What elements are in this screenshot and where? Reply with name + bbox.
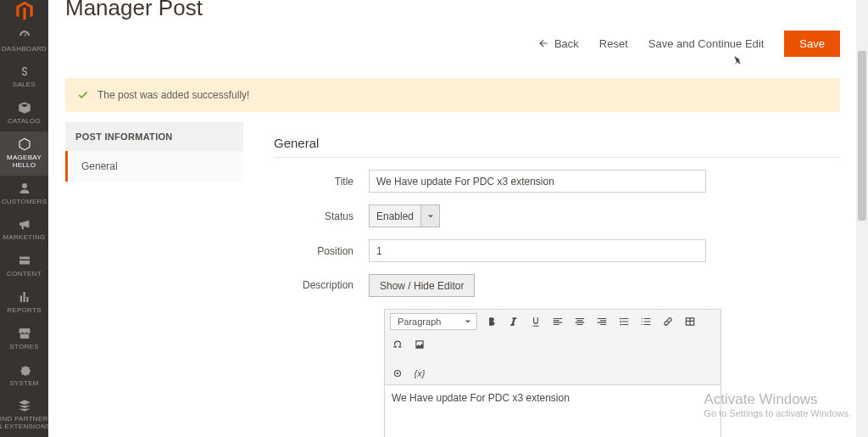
label-position: Position [274, 245, 369, 257]
align-right-button[interactable] [594, 314, 609, 329]
box-icon [17, 100, 32, 115]
nav-label: SALES [13, 81, 36, 89]
section-title: General [274, 136, 840, 150]
side-panel: POST INFORMATION General [65, 122, 243, 182]
special-char-button[interactable] [390, 337, 405, 352]
variable-button[interactable]: {x} [412, 366, 427, 381]
action-bar: Back Reset Save and Continue Edit Save [65, 31, 840, 56]
bullet-list-button[interactable] [616, 314, 632, 329]
field-status: Status Enabled [274, 204, 840, 227]
numbered-list-button[interactable] [638, 314, 654, 329]
nav-dashboard[interactable]: DASHBOARD [0, 23, 48, 59]
magento-icon [14, 0, 36, 22]
paragraph-dropdown[interactable]: Paragraph [390, 313, 477, 330]
nav-label: CATALOG [8, 118, 41, 126]
toggle-editor-button[interactable]: Show / Hide Editor [369, 274, 475, 297]
layers-icon [17, 253, 32, 268]
nav-marketing[interactable]: MARKETING [0, 211, 48, 248]
gear-icon [17, 362, 32, 378]
align-center-button[interactable] [572, 314, 587, 329]
svg-point-1 [397, 373, 398, 374]
save-button[interactable]: Save [784, 31, 840, 57]
nav-label: STORES [9, 344, 39, 351]
store-icon [17, 326, 32, 341]
scrollbar-track[interactable] [856, 0, 868, 437]
tab-general[interactable]: General [65, 151, 243, 182]
underline-button[interactable] [528, 314, 543, 329]
nav-label: DASHBOARD [2, 46, 47, 53]
editor-content[interactable]: We Have update For PDC x3 extension [384, 385, 721, 437]
watermark-title: Activate Windows [704, 391, 851, 408]
check-icon [77, 89, 89, 101]
table-button[interactable] [682, 314, 698, 329]
nav-label: CONTENT [7, 271, 42, 278]
label-status: Status [274, 210, 369, 222]
magento-logo[interactable] [0, 0, 48, 23]
save-continue-button[interactable]: Save and Continue Edit [648, 37, 765, 50]
nav-system[interactable]: SYSTEM [0, 357, 48, 394]
page-title: Manager Post [65, 0, 203, 21]
editor-toolbar: Paragraph {x} [384, 309, 721, 385]
position-input[interactable] [369, 239, 706, 262]
image-button[interactable] [412, 337, 427, 352]
label-description: Description [274, 274, 369, 291]
field-title: Title [274, 170, 840, 193]
status-value: Enabled [369, 204, 421, 227]
nav-find-partners[interactable]: FIND PARTNERS & EXTENSIONS [0, 393, 48, 437]
nav-stores[interactable]: STORES [0, 321, 48, 357]
nav-label: MARKETING [3, 234, 45, 242]
label-title: Title [274, 176, 369, 188]
panel-header: POST INFORMATION [65, 122, 243, 151]
link-button[interactable] [660, 314, 676, 329]
nav-content[interactable]: CONTENT [0, 248, 48, 284]
nav-label: SYSTEM [9, 380, 39, 388]
nav-magebay-hello[interactable]: MAGEBAY HELLO [0, 132, 48, 176]
title-input[interactable] [369, 170, 706, 193]
reset-button[interactable]: Reset [599, 37, 628, 50]
chevron-down-icon[interactable] [421, 204, 440, 227]
main-area: Manager Post Back Reset Save and Continu… [48, 0, 868, 437]
chevron-down-icon [465, 318, 471, 325]
watermark-subtitle: Go to Settings to activate Windows. [704, 408, 851, 418]
nav-reports[interactable]: REPORTS [0, 284, 48, 321]
dollar-icon [17, 64, 32, 79]
nav-label: CUSTOMERS [2, 199, 47, 206]
bars-icon [17, 289, 32, 305]
reset-label: Reset [599, 37, 628, 50]
field-position: Position [274, 239, 840, 262]
nav-label: REPORTS [7, 307, 42, 315]
widget-button[interactable] [390, 366, 405, 381]
arrow-left-icon [537, 37, 549, 49]
save-label: Save [799, 37, 825, 50]
paragraph-label: Paragraph [398, 317, 441, 327]
back-label: Back [554, 37, 579, 50]
nav-catalog[interactable]: CATALOG [0, 95, 48, 132]
megaphone-icon [17, 216, 32, 232]
gauge-icon [17, 28, 32, 43]
success-message: The post was added successfully! [65, 78, 840, 112]
wysiwyg-editor: Paragraph {x} We Have update For [384, 309, 721, 437]
admin-nav: DASHBOARD SALES CATALOG MAGEBAY HELLO CU… [0, 0, 48, 437]
scrollbar-thumb[interactable] [858, 51, 866, 221]
field-description: Description Show / Hide Editor [274, 274, 840, 297]
nav-sales[interactable]: SALES [0, 59, 48, 95]
windows-activation-watermark: Activate Windows Go to Settings to activ… [704, 391, 851, 418]
person-icon [17, 181, 32, 196]
save-continue-label: Save and Continue Edit [648, 37, 765, 50]
status-select[interactable]: Enabled [369, 204, 440, 227]
partners-icon [17, 398, 32, 413]
bold-button[interactable] [484, 314, 499, 329]
nav-customers[interactable]: CUSTOMERS [0, 176, 48, 212]
nav-label: FIND PARTNERS & EXTENSIONS [0, 416, 53, 431]
align-left-button[interactable] [550, 314, 565, 329]
back-button[interactable]: Back [537, 37, 579, 50]
hex-icon [17, 137, 32, 152]
nav-label: MAGEBAY HELLO [7, 154, 42, 170]
success-text: The post was added successfully! [97, 89, 249, 101]
italic-button[interactable] [506, 314, 521, 329]
section-divider [274, 157, 840, 158]
